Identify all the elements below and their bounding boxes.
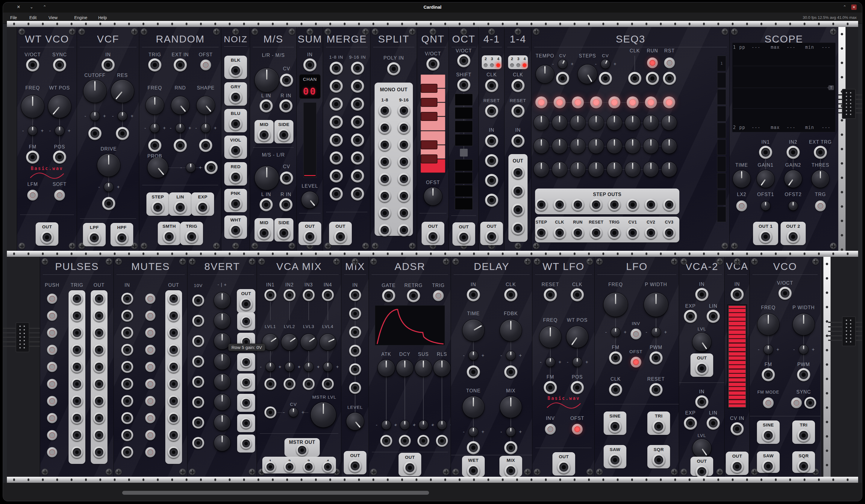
port-saw[interactable] bbox=[762, 460, 775, 473]
port-col1[interactable] bbox=[535, 226, 547, 239]
gain2-knob[interactable] bbox=[784, 170, 802, 188]
port-row8[interactable] bbox=[93, 412, 105, 424]
port-row2[interactable] bbox=[511, 185, 524, 198]
port-row5[interactable] bbox=[351, 133, 364, 146]
row3-knob[interactable] bbox=[214, 333, 230, 349]
port-jack[interactable] bbox=[467, 365, 480, 378]
port-row8[interactable] bbox=[121, 412, 133, 424]
port-jack[interactable] bbox=[511, 134, 524, 148]
module-sum[interactable]: SUMINCHAN00LEVELOUT bbox=[297, 27, 323, 251]
steps-cv-trimmer[interactable] bbox=[601, 60, 610, 69]
sus-knob[interactable] bbox=[415, 360, 432, 376]
port-row8[interactable] bbox=[330, 187, 343, 200]
port-ext-in[interactable] bbox=[174, 58, 187, 71]
trig-button[interactable] bbox=[433, 290, 444, 301]
port-red[interactable] bbox=[229, 171, 242, 184]
pattern-cell-4[interactable] bbox=[717, 106, 726, 121]
port-jack[interactable] bbox=[199, 139, 212, 152]
port-tri[interactable] bbox=[652, 420, 665, 433]
octave-cell[interactable] bbox=[455, 172, 473, 184]
step5-knob[interactable] bbox=[607, 139, 622, 154]
module-delay[interactable]: DELAYINCLKTIMEFDBK-+-+TONEMIX-+-+WETMIX bbox=[451, 257, 533, 477]
port-lpf[interactable] bbox=[88, 231, 101, 245]
port-row1[interactable] bbox=[303, 378, 315, 390]
freq-knob[interactable] bbox=[21, 95, 44, 118]
mstr-cv-trimmer[interactable] bbox=[289, 408, 298, 417]
port-clk[interactable] bbox=[571, 288, 584, 301]
res-cv-trimmer[interactable] bbox=[118, 112, 127, 121]
module-scope[interactable]: SCOPE1pp---max---min---T2pp---max---min-… bbox=[729, 27, 838, 251]
port-row6[interactable] bbox=[71, 378, 83, 390]
port-in3[interactable] bbox=[303, 289, 315, 301]
time-cv-trimmer[interactable] bbox=[469, 351, 478, 360]
port-fm[interactable] bbox=[26, 151, 39, 164]
port-jack[interactable] bbox=[88, 127, 102, 140]
port-row10[interactable] bbox=[93, 446, 105, 458]
port-row2[interactable] bbox=[349, 308, 361, 320]
port-in[interactable] bbox=[695, 395, 708, 409]
port-out[interactable] bbox=[426, 230, 439, 243]
module-merge[interactable]: MERGE1-8 IN9-16 INOUT bbox=[323, 27, 371, 251]
port-in1[interactable] bbox=[264, 289, 276, 301]
port-col4[interactable] bbox=[436, 435, 448, 447]
row1-button[interactable] bbox=[47, 294, 57, 304]
lvl2-knob[interactable] bbox=[281, 334, 298, 350]
run-button[interactable] bbox=[647, 57, 658, 68]
black-key[interactable] bbox=[421, 140, 437, 149]
module-mutes[interactable]: MUTESINOUT bbox=[114, 257, 188, 477]
port-col4[interactable] bbox=[590, 226, 602, 239]
ofst-button[interactable] bbox=[572, 424, 583, 435]
port-row5[interactable] bbox=[93, 361, 105, 373]
level-knob[interactable] bbox=[301, 191, 318, 208]
port-row5[interactable] bbox=[330, 133, 343, 146]
octave-cell[interactable] bbox=[455, 185, 473, 197]
ofst1-trimmer[interactable] bbox=[761, 201, 770, 210]
module-noiz[interactable]: NOIZBLKGRYBLUVIOLREDPNKWHT bbox=[221, 27, 250, 251]
pw-cv-trimmer[interactable] bbox=[651, 328, 660, 337]
freq-cv-trimmer[interactable] bbox=[150, 124, 159, 132]
port-out-row2[interactable] bbox=[240, 316, 252, 327]
port-blu[interactable] bbox=[229, 117, 242, 130]
rls-cv-trimmer[interactable] bbox=[437, 421, 447, 430]
port-row10[interactable] bbox=[71, 446, 83, 458]
port-jack[interactable] bbox=[280, 172, 293, 185]
wt-pos-cv-trimmer[interactable] bbox=[55, 126, 64, 135]
step-gate-led[interactable] bbox=[590, 96, 602, 108]
level-knob[interactable] bbox=[346, 413, 364, 430]
port-jack[interactable] bbox=[599, 72, 612, 85]
port-wht[interactable] bbox=[229, 224, 242, 237]
port-reset[interactable] bbox=[649, 383, 662, 396]
module-pulses[interactable]: PULSESPUSHTRIGOUT bbox=[40, 257, 114, 477]
close-icon[interactable]: ✕ bbox=[851, 4, 857, 10]
port-row1[interactable] bbox=[264, 378, 276, 390]
pwm-amt-trimmer[interactable] bbox=[799, 345, 808, 354]
row8-button[interactable] bbox=[47, 413, 57, 423]
port-out-row4[interactable] bbox=[240, 356, 252, 368]
row2-knob[interactable] bbox=[214, 313, 230, 329]
port-viol[interactable] bbox=[229, 144, 242, 157]
port-row6[interactable] bbox=[351, 151, 364, 165]
wt-pos-knob[interactable] bbox=[566, 326, 588, 348]
port-in[interactable] bbox=[730, 288, 744, 301]
step8-knob[interactable] bbox=[662, 162, 677, 177]
port-row4[interactable] bbox=[485, 194, 498, 207]
ms-lr-knob[interactable] bbox=[255, 166, 279, 190]
rnd-cv-trimmer[interactable] bbox=[176, 124, 185, 132]
port-out-2[interactable] bbox=[786, 230, 800, 243]
port-clk[interactable] bbox=[609, 383, 622, 396]
step4-knob[interactable] bbox=[589, 115, 604, 130]
port-row7[interactable] bbox=[192, 417, 204, 429]
port-pos[interactable] bbox=[53, 151, 66, 164]
port-out[interactable] bbox=[303, 230, 316, 243]
freq-cv-trimmer[interactable] bbox=[28, 126, 37, 135]
rls-knob[interactable] bbox=[434, 360, 450, 376]
wt-pos-cv-trimmer[interactable] bbox=[573, 358, 582, 367]
port-row9[interactable] bbox=[93, 429, 105, 441]
port-row6[interactable] bbox=[349, 382, 361, 394]
port-row1[interactable] bbox=[379, 104, 391, 117]
port-row3[interactable] bbox=[397, 139, 410, 151]
menu-engine[interactable]: Engine bbox=[74, 15, 88, 20]
port-l-in[interactable] bbox=[260, 99, 273, 113]
module-vcf[interactable]: VCFINCUTOFFRES-+-+DRIVE-+LPFHPF bbox=[77, 27, 139, 251]
sus-cv-trimmer[interactable] bbox=[419, 421, 428, 430]
